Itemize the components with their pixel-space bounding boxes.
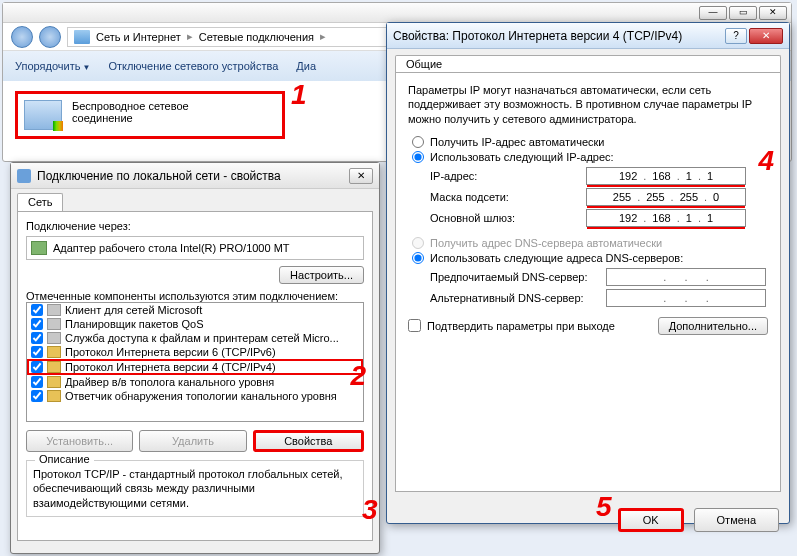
install-button[interactable]: Установить... xyxy=(26,430,133,452)
wireless-adapter-icon xyxy=(24,100,62,130)
responder-icon xyxy=(47,390,61,402)
dialog-title: Подключение по локальной сети - свойства xyxy=(37,169,281,183)
breadcrumb-part[interactable]: Сетевые подключения xyxy=(199,31,314,43)
tab-panel: Подключение через: Адаптер рабочего стол… xyxy=(17,211,373,541)
diagnose-button[interactable]: Диа xyxy=(296,60,316,72)
disable-device-button[interactable]: Отключение сетевого устройства xyxy=(108,60,278,72)
gateway-input[interactable]: 192.168.1.1 xyxy=(586,209,746,227)
wireless-connection-item[interactable]: Беспроводное сетевое соединение xyxy=(15,91,285,139)
list-item[interactable]: Служба доступа к файлам и принтерам сете… xyxy=(27,331,363,345)
components-listbox[interactable]: Клиент для сетей Microsoft Планировщик п… xyxy=(26,302,364,422)
dialog-buttons: OK Отмена xyxy=(387,500,789,540)
nic-icon xyxy=(31,241,47,255)
titlebar: — ▭ ✕ xyxy=(3,3,791,23)
chevron-right-icon: ▸ xyxy=(320,30,326,43)
subnet-mask-input[interactable]: 255.255.255.0 xyxy=(586,188,746,206)
radio-ip-auto[interactable]: Получить IP-адрес автоматически xyxy=(412,136,768,148)
client-icon xyxy=(47,304,61,316)
dns-fields: Предпочитаемый DNS-сервер: . . . Альтерн… xyxy=(430,268,768,307)
help-button[interactable]: ? xyxy=(725,28,747,44)
checkbox-input[interactable] xyxy=(408,319,421,332)
list-item[interactable]: Драйвер в/в тополога канального уровня xyxy=(27,375,363,389)
item-checkbox[interactable] xyxy=(31,376,43,388)
driver-icon xyxy=(47,376,61,388)
service-icon xyxy=(47,318,61,330)
protocol-icon xyxy=(47,361,61,373)
breadcrumb-part[interactable]: Сеть и Интернет xyxy=(96,31,181,43)
chevron-right-icon: ▸ xyxy=(187,30,193,43)
item-checkbox[interactable] xyxy=(31,304,43,316)
dialog-title: Свойства: Протокол Интернета версии 4 (T… xyxy=(393,29,682,43)
annotation-marker: 2 xyxy=(350,360,366,392)
close-button[interactable]: ✕ xyxy=(749,28,783,44)
annotation-marker: 4 xyxy=(758,145,774,177)
protocol-icon xyxy=(47,346,61,358)
tab-network[interactable]: Сеть xyxy=(17,193,63,211)
dns-preferred-label: Предпочитаемый DNS-сервер: xyxy=(430,271,600,283)
list-item[interactable]: Ответчик обнаружения топологии канальног… xyxy=(27,389,363,403)
organize-menu[interactable]: Упорядочить▼ xyxy=(15,60,90,72)
back-button[interactable] xyxy=(11,26,33,48)
radio-input xyxy=(412,237,424,249)
list-item[interactable]: Клиент для сетей Microsoft xyxy=(27,303,363,317)
minimize-button[interactable]: — xyxy=(699,6,727,20)
radio-ip-manual[interactable]: Использовать следующий IP-адрес: xyxy=(412,151,768,163)
radio-input[interactable] xyxy=(412,136,424,148)
remove-button[interactable]: Удалить xyxy=(139,430,246,452)
dialog-titlebar: Подключение по локальной сети - свойства… xyxy=(11,163,379,189)
item-checkbox[interactable] xyxy=(31,390,43,402)
list-item[interactable]: Планировщик пакетов QoS xyxy=(27,317,363,331)
annotation-marker: 1 xyxy=(291,79,307,111)
configure-button[interactable]: Настроить... xyxy=(279,266,364,284)
dialog-titlebar: Свойства: Протокол Интернета версии 4 (T… xyxy=(387,23,789,49)
intro-text: Параметры IP могут назначаться автоматич… xyxy=(408,83,768,126)
ip-address-label: IP-адрес: xyxy=(430,170,580,182)
ok-button[interactable]: OK xyxy=(618,508,684,532)
item-checkbox[interactable] xyxy=(31,361,43,373)
cancel-button[interactable]: Отмена xyxy=(694,508,779,532)
tab-general[interactable]: Общие xyxy=(395,55,781,72)
close-button[interactable]: ✕ xyxy=(349,168,373,184)
components-label: Отмеченные компоненты используются этим … xyxy=(26,290,364,302)
connection-properties-dialog: Подключение по локальной сети - свойства… xyxy=(10,162,380,554)
maximize-button[interactable]: ▭ xyxy=(729,6,757,20)
list-item-ipv4[interactable]: Протокол Интернета версии 4 (TCP/IPv4) xyxy=(27,359,363,375)
adapter-icon xyxy=(17,169,31,183)
component-buttons: Установить... Удалить Свойства xyxy=(26,430,364,452)
radio-dns-auto: Получить адрес DNS-сервера автоматически xyxy=(412,237,768,249)
subnet-mask-label: Маска подсети: xyxy=(430,191,580,203)
tab-strip: Общие xyxy=(387,49,789,72)
adapter-field: Адаптер рабочего стола Intel(R) PRO/1000… xyxy=(26,236,364,260)
description-group: Описание Протокол TCP/IP - стандартный п… xyxy=(26,460,364,517)
gateway-label: Основной шлюз: xyxy=(430,212,580,224)
connect-via-label: Подключение через: xyxy=(26,220,364,232)
tab-panel: Параметры IP могут назначаться автоматич… xyxy=(395,72,781,492)
ip-address-input[interactable]: 192.168.1.1 xyxy=(586,167,746,185)
tab-strip: Сеть xyxy=(11,189,379,211)
list-item[interactable]: Протокол Интернета версии 6 (TCP/IPv6) xyxy=(27,345,363,359)
item-checkbox[interactable] xyxy=(31,346,43,358)
bottom-options: Подтвердить параметры при выходе Дополни… xyxy=(408,317,768,335)
radio-input[interactable] xyxy=(412,252,424,264)
item-checkbox[interactable] xyxy=(31,332,43,344)
dns-preferred-input[interactable]: . . . xyxy=(606,268,766,286)
adapter-name: Адаптер рабочего стола Intel(R) PRO/1000… xyxy=(53,242,290,254)
service-icon xyxy=(47,332,61,344)
properties-button[interactable]: Свойства xyxy=(253,430,364,452)
forward-button[interactable] xyxy=(39,26,61,48)
confirm-on-exit-checkbox[interactable]: Подтвердить параметры при выходе xyxy=(408,319,615,332)
network-icon xyxy=(74,30,90,44)
ip-fields: IP-адрес: 192.168.1.1 Маска подсети: 255… xyxy=(430,167,768,227)
dns-alternate-input[interactable]: . . . xyxy=(606,289,766,307)
close-button[interactable]: ✕ xyxy=(759,6,787,20)
description-legend: Описание xyxy=(35,453,94,465)
connection-name: Беспроводное сетевое соединение xyxy=(72,100,189,124)
radio-dns-manual[interactable]: Использовать следующие адреса DNS-сервер… xyxy=(412,252,768,264)
ipv4-properties-dialog: Свойства: Протокол Интернета версии 4 (T… xyxy=(386,22,790,524)
item-checkbox[interactable] xyxy=(31,318,43,330)
annotation-marker: 3 xyxy=(362,494,378,526)
radio-input[interactable] xyxy=(412,151,424,163)
dns-alternate-label: Альтернативный DNS-сервер: xyxy=(430,292,600,304)
annotation-marker: 5 xyxy=(596,491,612,523)
advanced-button[interactable]: Дополнительно... xyxy=(658,317,768,335)
